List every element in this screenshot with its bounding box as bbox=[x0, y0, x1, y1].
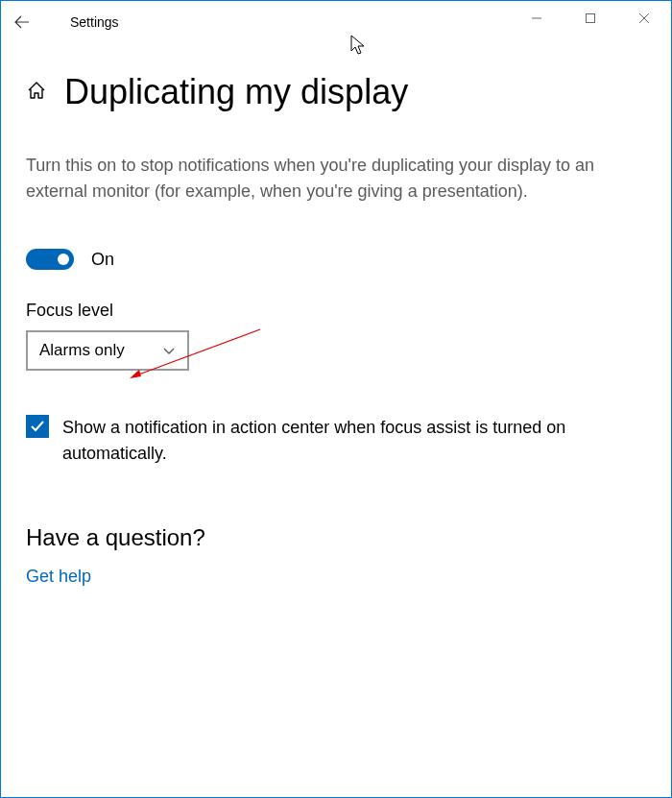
back-arrow-icon bbox=[13, 13, 31, 31]
home-icon[interactable] bbox=[26, 80, 47, 105]
question-heading: Have a question? bbox=[26, 524, 646, 551]
toggle-label: On bbox=[91, 250, 114, 270]
window-controls bbox=[510, 1, 671, 36]
maximize-icon bbox=[585, 12, 596, 24]
titlebar: Settings bbox=[1, 1, 671, 43]
checkmark-icon bbox=[29, 418, 46, 435]
close-icon bbox=[638, 12, 650, 24]
svg-rect-1 bbox=[587, 14, 595, 23]
back-button[interactable] bbox=[1, 1, 43, 43]
close-button[interactable] bbox=[617, 1, 671, 36]
focus-level-dropdown[interactable]: Alarms only bbox=[26, 330, 189, 371]
dropdown-value: Alarms only bbox=[39, 341, 125, 360]
content-area: Duplicating my display Turn this on to s… bbox=[1, 72, 671, 587]
notifications-toggle[interactable] bbox=[26, 249, 74, 270]
checkbox-label: Show a notification in action center whe… bbox=[62, 415, 646, 467]
toggle-row: On bbox=[26, 249, 646, 270]
get-help-link[interactable]: Get help bbox=[26, 567, 646, 587]
page-header: Duplicating my display bbox=[26, 72, 646, 112]
description-text: Turn this on to stop notifications when … bbox=[26, 153, 646, 205]
window-title: Settings bbox=[70, 14, 119, 30]
minimize-button[interactable] bbox=[510, 1, 564, 36]
focus-level-label: Focus level bbox=[26, 301, 646, 321]
minimize-icon bbox=[531, 12, 542, 24]
maximize-button[interactable] bbox=[564, 1, 617, 36]
chevron-down-icon bbox=[162, 344, 176, 357]
notification-checkbox[interactable] bbox=[26, 415, 49, 438]
page-title: Duplicating my display bbox=[64, 72, 408, 112]
checkbox-row: Show a notification in action center whe… bbox=[26, 415, 646, 467]
